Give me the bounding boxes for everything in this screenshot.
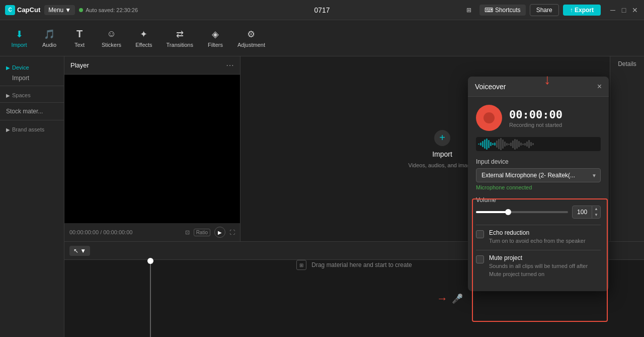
volume-label: Volume <box>476 196 601 204</box>
timer-area: 00:00:00 Recording not started <box>509 108 562 128</box>
voiceover-close-button[interactable]: × <box>597 82 602 91</box>
tool-import-label: Import <box>11 42 27 48</box>
adjustment-icon: ⚙ <box>246 29 257 40</box>
player-menu-icon[interactable]: ⋯ <box>226 60 234 70</box>
mute-checkbox[interactable] <box>476 255 484 263</box>
import-title: Import <box>432 150 452 158</box>
mute-desc: Sounds in all clips will be turned off a… <box>489 262 601 278</box>
tool-import[interactable]: ⬇ Import <box>5 26 33 51</box>
app-logo: C CapCut <box>5 5 40 15</box>
sidebar-section-device: ▶ Device <box>0 60 64 73</box>
import-subtitle: Videos, audios, and images <box>409 162 476 168</box>
sidebar-item-stock[interactable]: Stock mater... <box>0 105 64 118</box>
volume-row: ▲ ▼ <box>476 206 601 219</box>
voiceover-header: Voiceover × <box>468 77 609 97</box>
sidebar-section-brand: ▶ Brand assets <box>0 122 64 134</box>
tool-audio-label: Audio <box>42 42 56 48</box>
player-video <box>64 75 240 223</box>
record-button[interactable] <box>476 105 502 131</box>
stickers-icon: ☺ <box>106 29 117 40</box>
cursor-tools: ↖ ▼ <box>69 246 90 256</box>
sidebar-item-import[interactable]: Import <box>0 73 64 84</box>
volume-spinners: ▲ ▼ <box>592 206 600 218</box>
screen-icon[interactable]: ⊡ <box>185 229 190 236</box>
echo-desc: Turn on to avoid echo from the speaker <box>489 237 586 245</box>
player-header: Player ⋯ <box>64 56 240 75</box>
playhead-line <box>150 260 151 337</box>
play-button[interactable]: ▶ <box>214 227 225 238</box>
shortcuts-button[interactable]: ⌨ Shortcuts <box>479 5 526 16</box>
timer-display: 00:00:00 <box>509 108 562 121</box>
app-name: CapCut <box>17 6 40 14</box>
volume-down-button[interactable]: ▼ <box>592 212 600 218</box>
tool-text[interactable]: T Text <box>65 26 94 51</box>
tool-stickers[interactable]: ☺ Stickers <box>96 26 127 51</box>
tool-text-label: Text <box>74 42 85 48</box>
fullscreen-icon[interactable]: ⛶ <box>229 229 235 235</box>
select-tool-button[interactable]: ↖ ▼ <box>69 246 90 256</box>
record-inner-circle <box>484 112 495 123</box>
volume-thumb <box>505 209 511 215</box>
autosave-indicator: Auto saved: 22:30:26 <box>79 7 138 13</box>
sidebar-divider-2 <box>0 102 64 103</box>
record-area: 00:00:00 Recording not started <box>476 105 601 131</box>
playhead-head <box>147 258 153 264</box>
tool-audio[interactable]: 🎵 Audio <box>35 26 63 51</box>
project-id: 0717 <box>314 6 330 14</box>
export-button[interactable]: ↑ Export <box>563 5 601 16</box>
close-button[interactable]: ✕ <box>631 6 639 14</box>
effects-icon: ✦ <box>138 29 149 40</box>
mute-title: Mute project <box>489 254 601 261</box>
text-icon: T <box>74 29 85 40</box>
echo-reduction-row: Echo reduction Turn on to avoid echo fro… <box>476 229 601 245</box>
sidebar-divider-3 <box>0 120 64 120</box>
voiceover-panel: Voiceover × 00:00:00 Recording not start… <box>468 77 609 291</box>
tool-filters[interactable]: ◈ Filters <box>201 26 229 51</box>
waveform-display <box>476 137 601 151</box>
main-layout: ▶ Device Import ▶ Spaces Stock mater... … <box>0 56 644 337</box>
echo-checkbox[interactable] <box>476 230 484 238</box>
drag-label: Drag material here and start to create <box>311 261 412 268</box>
drag-icon: ⊞ <box>296 260 306 270</box>
voiceover-body: 00:00:00 Recording not started Input dev… <box>468 97 609 291</box>
mic-status: Microphone connected <box>476 184 601 190</box>
share-button[interactable]: Share <box>530 4 559 16</box>
filters-icon: ◈ <box>210 29 221 40</box>
echo-content: Echo reduction Turn on to avoid echo fro… <box>489 229 586 245</box>
volume-input-wrap: ▲ ▼ <box>572 206 601 219</box>
tool-filters-label: Filters <box>208 42 223 48</box>
topbar-right: ⊞ ⌨ Shortcuts Share ↑ Export ─ □ ✕ <box>462 4 639 16</box>
tool-transitions[interactable]: ⇄ Transitions <box>160 26 199 51</box>
tool-adjustment[interactable]: ⚙ Adjustment <box>231 26 271 51</box>
player-area: Player ⋯ 00:00:00:00 / 00:00:00:00 ⊡ Rat… <box>64 56 644 241</box>
device-select-wrap: External Microphone (2- Realtek(... ▼ <box>476 168 601 182</box>
voiceover-title: Voiceover <box>475 83 506 91</box>
microphone-timeline-button[interactable]: 🎤 <box>452 293 463 304</box>
echo-title: Echo reduction <box>489 229 586 236</box>
volume-input[interactable] <box>573 207 592 218</box>
layout-button[interactable]: ⊞ <box>462 5 475 16</box>
tool-effects[interactable]: ✦ Effects <box>129 26 158 51</box>
menu-label: Menu <box>48 7 63 14</box>
volume-slider[interactable] <box>476 211 568 213</box>
tool-effects-label: Effects <box>135 42 152 48</box>
transitions-icon: ⇄ <box>174 29 185 40</box>
topbar: C CapCut Menu ▼ Auto saved: 22:30:26 071… <box>0 0 644 20</box>
device-select[interactable]: External Microphone (2- Realtek(... <box>476 168 601 182</box>
mute-project-row: Mute project Sounds in all clips will be… <box>476 254 601 278</box>
maximize-button[interactable]: □ <box>620 6 628 14</box>
sidebar-divider-1 <box>0 86 64 86</box>
red-arrow-right: → <box>437 292 448 305</box>
mute-content: Mute project Sounds in all clips will be… <box>489 254 601 278</box>
autosave-dot <box>79 8 83 12</box>
content-area: Player ⋯ 00:00:00:00 / 00:00:00:00 ⊡ Rat… <box>64 56 644 337</box>
menu-arrow: ▼ <box>65 7 71 14</box>
menu-button[interactable]: Menu ▼ <box>44 5 75 15</box>
toolbar: ⬇ Import 🎵 Audio T Text ☺ Stickers ✦ Eff… <box>0 20 644 56</box>
minimize-button[interactable]: ─ <box>609 6 617 14</box>
player-panel: Player ⋯ 00:00:00:00 / 00:00:00:00 ⊡ Rat… <box>64 56 240 241</box>
import-plus-icon[interactable]: + <box>434 130 450 146</box>
volume-up-button[interactable]: ▲ <box>592 206 600 212</box>
ratio-label[interactable]: Ratio <box>194 229 210 236</box>
details-label: Details <box>618 60 636 68</box>
